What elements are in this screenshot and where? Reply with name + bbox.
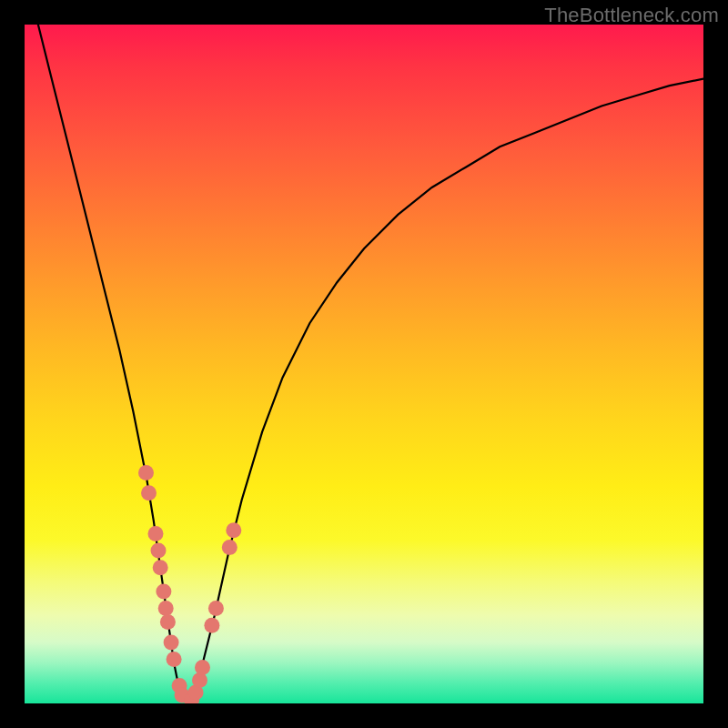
- data-marker: [148, 526, 164, 541]
- data-marker: [151, 543, 167, 559]
- chart-svg: [25, 25, 703, 703]
- watermark-text: TheBottleneck.com: [544, 4, 719, 27]
- bottleneck-curve: [38, 25, 703, 703]
- chart-plot-area: [25, 25, 703, 703]
- data-marker: [156, 583, 171, 599]
- data-marker: [164, 634, 179, 650]
- data-marker: [192, 672, 207, 688]
- data-marker: [153, 560, 168, 575]
- data-marker: [222, 540, 238, 555]
- data-marker: [160, 614, 176, 630]
- chart-frame: TheBottleneck.com: [0, 0, 728, 728]
- data-marker: [208, 601, 224, 616]
- data-marker: [158, 601, 174, 616]
- data-marker: [141, 485, 157, 500]
- chart-markers: [138, 465, 241, 703]
- data-marker: [167, 652, 182, 667]
- data-marker: [226, 522, 241, 538]
- data-marker: [138, 465, 154, 480]
- data-marker: [204, 618, 219, 633]
- data-marker: [195, 660, 210, 675]
